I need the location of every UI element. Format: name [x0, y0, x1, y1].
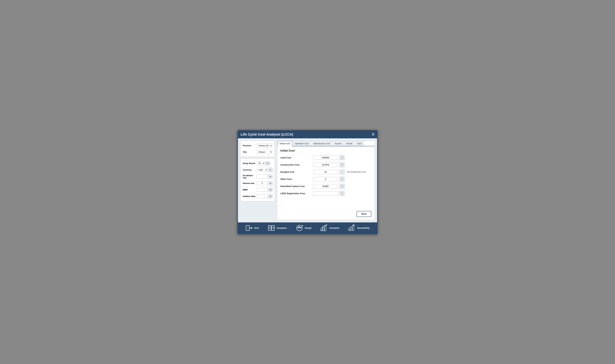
footer-sensitivity-button[interactable]: $ Sensetivity — [348, 225, 370, 231]
interest-rate-input[interactable] — [257, 181, 268, 185]
tab-result[interactable]: Result — [344, 141, 355, 146]
tabs-bar: Initial Cost Operation Cost Maintenance … — [277, 141, 374, 146]
escalation-rate-input[interactable] — [257, 175, 268, 179]
tab-save[interactable]: Save — [355, 141, 364, 146]
inflation-rate-input[interactable] — [257, 194, 268, 198]
land-cost-dollar-icon: $ — [340, 155, 345, 160]
city-select[interactable]: Ottawa — [257, 150, 272, 154]
sensitivity-label: Sensetivity — [357, 227, 370, 229]
currency-label: Currency — [243, 169, 257, 171]
sensitivity-icon: $ — [348, 225, 356, 231]
city-control: Ottawa — [257, 150, 272, 154]
land-cost-row: Land Cost $ — [281, 155, 371, 160]
next-btn-row: Next — [281, 209, 371, 217]
other-fees-input[interactable] — [313, 177, 338, 181]
dialog-body: Province Ontario (ON) City Ottawa — [238, 138, 377, 222]
svg-rect-22 — [324, 226, 326, 231]
tab-initial-cost[interactable]: Initial Cost — [277, 141, 292, 146]
interest-rate-label: Interest rate — [243, 182, 257, 184]
svg-rect-17 — [298, 227, 299, 228]
svg-rect-14 — [272, 225, 275, 231]
leed-fees-label: LEED Registration Fees — [281, 192, 311, 195]
location-card: Province Ontario (ON) City Ottawa — [241, 141, 275, 157]
left-panel: Province Ontario (ON) City Ottawa — [241, 141, 275, 220]
inflation-rate-row: Inflation Rate % — [243, 194, 272, 199]
interest-percent-icon: % — [268, 181, 273, 185]
graph-label: Graph — [305, 227, 311, 229]
inflation-rate-control: % — [257, 194, 273, 199]
svg-rect-18 — [299, 226, 300, 228]
construction-cost-row: Construction Cost $ — [281, 162, 371, 167]
mmr-row: MMR % — [243, 188, 272, 192]
embodied-carbon-cost-input[interactable] — [313, 184, 338, 188]
tab-operation-cost[interactable]: Operation Cost — [293, 141, 311, 146]
svg-rect-24 — [348, 228, 350, 231]
leed-fees-input[interactable] — [313, 191, 338, 196]
of-construction-label: Of Construction Cost — [347, 171, 366, 173]
svg-rect-21 — [323, 227, 324, 231]
exit-icon — [245, 225, 253, 231]
land-cost-input[interactable] — [313, 156, 338, 160]
dialog-footer: Exit Compare — [238, 222, 377, 234]
svg-rect-19 — [300, 227, 301, 228]
svg-text:$: $ — [342, 164, 343, 166]
province-control: Ontario (ON) — [257, 143, 272, 148]
mmr-percent-icon: % — [268, 188, 273, 192]
footer-scenario-button[interactable]: Scenario — [321, 225, 339, 231]
currency-select[interactable]: CAD USD — [257, 168, 268, 172]
escalation-rate-row: Escalation rate % — [243, 174, 272, 179]
currency-dollar-icon: $ — [268, 168, 273, 172]
footer-exit-button[interactable]: Exit — [245, 225, 259, 231]
embodied-carbon-cost-label: Embodied Carbon Cost — [281, 185, 311, 188]
mmr-control: % — [257, 188, 273, 192]
svg-rect-25 — [350, 227, 352, 231]
designer-fee-row: Designer Fee % Of Construction Cost — [281, 169, 371, 174]
settings-card: Study Period 25 YEAR Currency CAD USD — [241, 159, 275, 201]
embodied-carbon-dollar-icon: $ — [340, 184, 345, 189]
footer-compare-button[interactable]: Compare — [268, 225, 287, 231]
exit-label: Exit — [254, 227, 259, 229]
province-row: Province Ontario (ON) — [243, 143, 272, 148]
interest-rate-row: Interest rate % — [243, 181, 272, 185]
province-select[interactable]: Ontario (ON) — [257, 143, 272, 148]
next-button[interactable]: Next — [357, 211, 371, 217]
close-button[interactable]: X — [372, 133, 374, 136]
currency-control: CAD USD $ — [257, 168, 273, 172]
study-period-select[interactable]: 25 — [257, 161, 265, 165]
svg-text:$: $ — [342, 178, 343, 180]
tab-maintenance-cost[interactable]: Maintenance Cost — [311, 141, 332, 146]
currency-row: Currency CAD USD $ — [243, 168, 272, 172]
graph-icon — [296, 225, 303, 231]
interest-rate-control: % — [257, 181, 273, 185]
svg-text:$: $ — [342, 185, 343, 187]
dialog-header: Life Cycle Cost Analysis (LCCA) X — [238, 130, 377, 138]
svg-rect-13 — [268, 225, 271, 231]
right-panel: Initial Cost Operation Cost Maintenance … — [277, 141, 374, 220]
inflation-percent-icon: % — [268, 194, 273, 199]
leed-fees-dollar-icon: $ — [340, 191, 345, 196]
escalation-rate-control: % — [257, 174, 273, 179]
scenario-icon — [321, 225, 328, 231]
study-period-control: 25 YEAR — [257, 161, 272, 166]
other-fees-row: Other Fees $ — [281, 177, 371, 182]
designer-fee-input[interactable] — [313, 170, 338, 174]
lcca-dialog: Life Cycle Cost Analysis (LCCA) X Provin… — [238, 130, 377, 234]
study-period-row: Study Period 25 YEAR — [243, 161, 272, 166]
year-badge: YEAR — [266, 161, 270, 166]
other-fees-label: Other Fees — [281, 178, 311, 180]
city-row: City Ottawa — [243, 150, 272, 154]
dialog-title: Life Cycle Cost Analysis (LCCA) — [241, 132, 293, 136]
svg-rect-20 — [321, 229, 322, 231]
footer-graph-button[interactable]: Graph — [296, 225, 311, 231]
designer-fee-label: Designer Fee — [281, 171, 311, 173]
embodied-carbon-cost-row: Embodied Carbon Cost $ — [281, 184, 371, 189]
inflation-rate-label: Inflation Rate — [243, 195, 257, 197]
tab-income[interactable]: Income — [333, 141, 344, 146]
mmr-label: MMR — [243, 189, 257, 191]
scenario-label: Scenario — [329, 227, 339, 229]
construction-cost-input[interactable] — [313, 163, 338, 167]
province-label: Province — [243, 144, 257, 147]
svg-rect-26 — [352, 225, 354, 231]
svg-text:$: $ — [342, 157, 343, 158]
mmr-input[interactable] — [257, 188, 268, 192]
